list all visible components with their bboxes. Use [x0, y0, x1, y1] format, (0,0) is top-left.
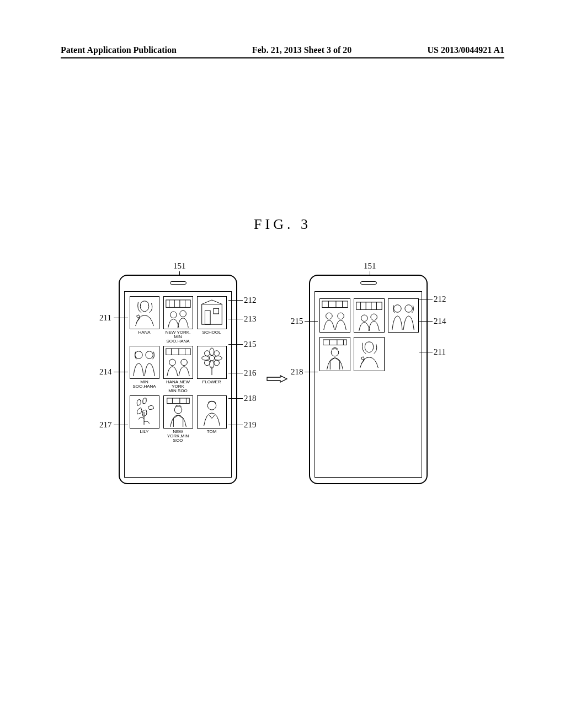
svg-rect-8	[166, 349, 190, 355]
ref-212b: 212	[434, 295, 446, 304]
svg-point-6	[135, 351, 142, 358]
svg-point-17	[214, 351, 219, 356]
lead	[114, 372, 128, 372]
thumb-213	[197, 296, 227, 329]
lead	[419, 321, 433, 322]
page-header: Patent Application Publication Feb. 21, …	[0, 45, 565, 55]
phone-left: HANA NEW YORK, MIN SOO,HANA	[119, 275, 237, 484]
ref-219: 219	[244, 420, 257, 430]
thumb-r-212	[354, 298, 385, 333]
cell-219: TOM	[196, 395, 227, 443]
ref-214b: 214	[434, 317, 446, 326]
lead	[370, 271, 370, 276]
svg-point-10	[180, 359, 187, 366]
ref-218b: 218	[291, 367, 303, 377]
thumb-219	[197, 395, 227, 429]
svg-point-2	[179, 311, 186, 317]
caption-214: MIN SOO,HANA	[129, 380, 159, 389]
caption-218: NEW YORK,MIN SOO	[163, 430, 193, 443]
thumb-214	[130, 346, 159, 379]
thumb-r-214	[388, 298, 419, 333]
ref-151a: 151	[173, 261, 186, 271]
lead	[228, 319, 243, 319]
svg-point-24	[326, 313, 333, 319]
thumbnail-grid-left: HANA NEW YORK, MIN SOO,HANA	[129, 296, 227, 443]
svg-rect-23	[322, 301, 348, 308]
arrow-icon	[266, 375, 287, 383]
thumb-r-218	[319, 337, 350, 371]
ref-151b: 151	[364, 261, 376, 271]
ref-217: 217	[99, 420, 112, 430]
header-rule	[61, 57, 504, 58]
svg-point-12	[210, 348, 214, 355]
thumb-217	[130, 395, 159, 429]
caption-215: HANA,NEW YORK MIN SOO	[163, 380, 193, 393]
caption-217: LILY	[140, 430, 149, 438]
cell-215: HANA,NEW YORK MIN SOO	[163, 346, 193, 393]
screen-left: HANA NEW YORK, MIN SOO,HANA	[124, 291, 232, 478]
svg-point-28	[371, 314, 377, 320]
ref-211: 211	[99, 313, 111, 323]
svg-point-16	[204, 351, 210, 356]
caption-219: TOM	[207, 430, 217, 438]
screen-right	[315, 291, 422, 478]
lead	[228, 373, 243, 373]
svg-point-1	[170, 312, 177, 318]
thumb-218	[163, 395, 193, 429]
svg-point-19	[214, 360, 219, 366]
caption-216: FLOWER	[202, 380, 221, 389]
svg-point-11	[209, 355, 215, 361]
svg-point-14	[201, 356, 209, 360]
ref-215a: 215	[244, 340, 257, 349]
thumb-212	[163, 296, 193, 329]
speaker-icon	[170, 281, 186, 285]
cell-213: SCHOOL	[196, 296, 227, 344]
svg-point-25	[338, 313, 344, 319]
cell-218: NEW YORK,MIN SOO	[163, 395, 193, 443]
svg-point-22	[207, 402, 216, 410]
svg-point-7	[145, 351, 152, 358]
lead	[114, 425, 128, 425]
lead	[179, 271, 180, 276]
lead	[305, 372, 318, 372]
header-left: Patent Application Publication	[61, 45, 177, 55]
thumb-r-215	[319, 298, 350, 333]
ref-215b: 215	[291, 317, 303, 326]
svg-point-27	[361, 315, 368, 322]
cell-212: NEW YORK, MIN SOO,HANA	[163, 296, 193, 344]
thumb-216	[197, 346, 227, 379]
lead	[228, 300, 243, 301]
svg-rect-26	[356, 302, 382, 310]
cell-214: MIN SOO,HANA	[129, 346, 159, 393]
svg-point-21	[174, 406, 182, 413]
figure-title: FIG. 3	[0, 216, 565, 233]
caption-213: SCHOOL	[202, 330, 221, 339]
svg-point-30	[405, 305, 413, 313]
lead	[419, 352, 433, 352]
svg-rect-4	[205, 311, 210, 324]
cell-211: HANA	[129, 296, 159, 344]
ref-216: 216	[244, 368, 257, 378]
lead	[228, 425, 243, 425]
lead	[114, 318, 128, 318]
speaker-icon	[360, 281, 377, 285]
cell-216: FLOWER	[196, 346, 227, 393]
lead	[305, 321, 318, 322]
ref-211b: 211	[434, 347, 446, 357]
header-center: Feb. 21, 2013 Sheet 3 of 20	[252, 45, 351, 55]
lead	[419, 299, 433, 299]
cell-217: LILY	[129, 395, 159, 443]
svg-point-32	[331, 349, 339, 356]
ref-213: 213	[244, 314, 257, 324]
svg-point-18	[204, 360, 210, 366]
svg-point-29	[394, 305, 402, 313]
ref-212a: 212	[244, 296, 257, 305]
svg-point-9	[169, 359, 175, 366]
ref-214: 214	[99, 367, 112, 377]
phone-right	[309, 275, 428, 484]
svg-rect-5	[213, 308, 218, 314]
svg-rect-0	[166, 300, 190, 307]
thumbnail-grid-right	[319, 298, 417, 371]
lead	[228, 344, 243, 345]
thumb-r-211	[354, 337, 385, 371]
